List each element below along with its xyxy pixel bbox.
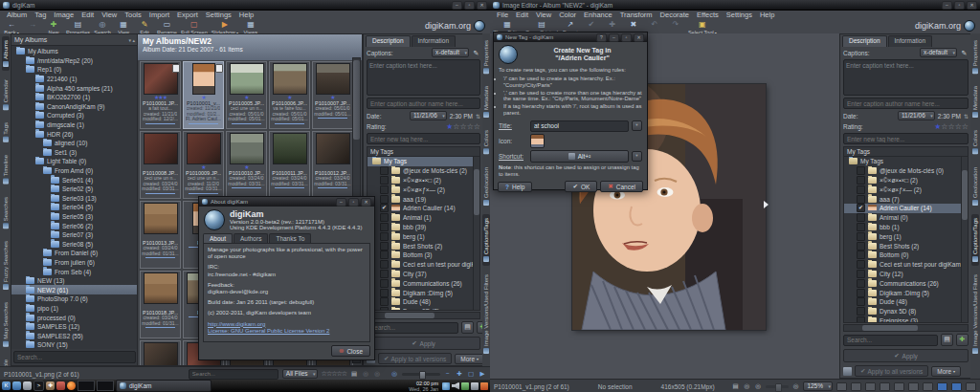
side-tab[interactable]: Fuzzy Searches	[2, 237, 10, 294]
side-tab[interactable]: Image Versions/Used Filters	[971, 271, 979, 358]
tag-item[interactable]: Ereignisse (3)	[844, 316, 961, 323]
about-dialog-titlebar[interactable]: About digiKam – ▫ ✕	[199, 197, 374, 207]
album-tree-item[interactable]: Corrupted (3)	[11, 111, 138, 120]
tag-item[interactable]: @jeux de Mots-clés (2)	[368, 166, 473, 176]
about-tab[interactable]: About	[203, 233, 233, 243]
albums-panel-header[interactable]: My Albums ▾ ▴	[11, 34, 138, 46]
album-tree-item[interactable]: Light Table (0)	[11, 157, 138, 166]
toolbar-button[interactable]: ✔	[583, 20, 600, 30]
maximize-icon[interactable]: ▫	[954, 1, 965, 10]
tag-checkbox[interactable]	[380, 195, 389, 204]
thumbnail[interactable]: ★ P1010010.JP... created: 03/24/0 modifi…	[226, 131, 267, 199]
tag-item[interactable]: berg (1)	[844, 231, 961, 241]
tab-information[interactable]: Information	[412, 35, 457, 47]
side-tab[interactable]: Albums	[2, 36, 10, 71]
magnifier-icon[interactable]: ◎	[390, 370, 398, 378]
shortcut-menu-icon[interactable]: ▾	[632, 151, 642, 162]
tag-item[interactable]: berg (1)	[368, 231, 473, 241]
tag-checkbox[interactable]	[857, 166, 865, 175]
help-button[interactable]: ?Help	[498, 182, 532, 192]
zoom-minus-icon[interactable]: −	[444, 370, 452, 378]
tag-checkbox[interactable]	[380, 260, 389, 269]
maximize-icon[interactable]: ▫	[348, 198, 359, 207]
tag-checkbox[interactable]	[857, 232, 865, 241]
side-tab[interactable]: Searches	[2, 193, 10, 232]
zoom-out-icon[interactable]: ◎	[362, 370, 369, 378]
menu-item[interactable]: Image	[50, 11, 78, 19]
license-link[interactable]: License: GNU General Public License Vers…	[208, 328, 366, 335]
album-tree-item[interactable]: Serie01 (4)	[11, 175, 138, 185]
close-icon[interactable]: ✕	[634, 33, 644, 42]
about-tab[interactable]: Authors	[234, 233, 268, 243]
zoom-out-icon[interactable]: ◎	[743, 382, 750, 390]
album-tree-item[interactable]: My Albums	[11, 47, 138, 56]
minimize-icon[interactable]: –	[452, 1, 462, 10]
tag-item[interactable]: Dynax 5D (8)	[368, 307, 473, 311]
tab-description[interactable]: Description	[366, 35, 411, 47]
menu-item[interactable]: Help	[756, 11, 778, 19]
tag-checkbox[interactable]	[380, 166, 389, 175]
exposure-indicator-icon[interactable]	[836, 382, 847, 391]
album-tree-item[interactable]: Serie07 (3)	[11, 230, 138, 240]
tag-checkbox[interactable]	[857, 250, 865, 259]
tag-checkbox[interactable]	[857, 223, 865, 231]
rating-filter[interactable]: ☆☆☆☆☆	[322, 370, 346, 378]
tag-checkbox[interactable]	[380, 270, 389, 278]
versions-icon[interactable]	[843, 367, 852, 376]
album-tree-item[interactable]: SAMPLES2 (55)	[11, 331, 138, 340]
thumbnail[interactable]: P1010012.JP... created: 03/24/0 modified…	[312, 131, 353, 199]
zoom-combo[interactable]: 125%	[803, 381, 833, 391]
ok-button[interactable]: ✔OK	[565, 181, 597, 192]
about-tab[interactable]: Thanks To	[269, 233, 311, 243]
language-combo[interactable]: x-default	[432, 48, 469, 57]
album-tree-item[interactable]: NEW (13)	[11, 276, 138, 286]
rating-widget[interactable]: ★☆☆☆☆	[446, 122, 480, 131]
show-desktop-icon[interactable]	[12, 381, 21, 390]
tag-item[interactable]: Dude (48)	[844, 297, 961, 307]
thumbnail[interactable]: ★ P1010005.JP... ceci une un n... create…	[226, 61, 267, 129]
menu-item[interactable]: Tools	[121, 11, 145, 19]
side-tab[interactable]: Properties	[482, 36, 490, 77]
tags-link[interactable]	[145, 327, 174, 328]
thumbnail[interactable]	[140, 340, 181, 365]
tag-item[interactable]: ×©×ø×•×□ (2)	[368, 176, 473, 185]
caption-author-input[interactable]	[843, 98, 969, 109]
album-tree-item[interactable]: /mnt/data/Rep2 (20)	[11, 56, 138, 66]
side-tab[interactable]: Captions/Tags	[971, 214, 979, 266]
new-tag-input[interactable]	[843, 133, 969, 144]
zoom-plus-icon[interactable]: ✚	[456, 370, 463, 378]
tags-link[interactable]	[232, 123, 260, 124]
tag-item[interactable]: ×©×ø×ƒ×— (2)	[368, 185, 473, 194]
tag-checkbox[interactable]	[380, 307, 389, 311]
tag-checkbox[interactable]	[380, 279, 389, 288]
editor-titlebar[interactable]: Image Editor - Album "NEW2" - digiKam – …	[490, 0, 980, 11]
tag-edit-icon[interactable]: ▤	[461, 321, 474, 334]
color-managed-view-icon[interactable]	[937, 382, 947, 391]
menu-item[interactable]: Settings	[202, 11, 235, 19]
zoom-100-icon[interactable]: ▶	[479, 370, 486, 378]
tags-link[interactable]	[232, 187, 260, 188]
over-exposure-icon[interactable]	[966, 382, 976, 391]
date-combo[interactable]: 11/21/06	[410, 111, 447, 120]
tag-checkbox[interactable]	[857, 316, 865, 323]
menu-item[interactable]: View	[98, 11, 121, 19]
volume-tray-icon[interactable]	[452, 382, 459, 390]
side-tab[interactable]: Timeline	[2, 151, 10, 187]
edit-caption-icon[interactable]: ✎	[960, 49, 969, 57]
menu-item[interactable]: Export	[173, 11, 202, 19]
album-tree-item[interactable]: HDR (26)	[11, 129, 138, 139]
tags-link[interactable]	[275, 187, 303, 188]
tags-link[interactable]	[275, 123, 303, 124]
taskbar-item-digikam[interactable]: digiKam	[116, 380, 212, 392]
maximize-icon[interactable]: ▫	[464, 1, 475, 10]
tag-item[interactable]: Dynax 5D (8)	[844, 307, 961, 316]
tags-link[interactable]	[145, 193, 174, 194]
thumbbar-collapse-icon[interactable]	[764, 201, 768, 208]
fit-window-icon[interactable]: ▢	[467, 370, 475, 378]
zoom-in-icon[interactable]: ◎	[754, 382, 762, 390]
tag-item[interactable]: Digikam :Dimg (5)	[368, 288, 473, 297]
toolbar-button[interactable]: ↷	[667, 20, 684, 30]
tag-item[interactable]: bbb (39)	[368, 223, 473, 232]
window-preview[interactable]	[97, 381, 114, 391]
clock[interactable]: 02:00 pm Wed, 26 Jan	[409, 381, 440, 392]
